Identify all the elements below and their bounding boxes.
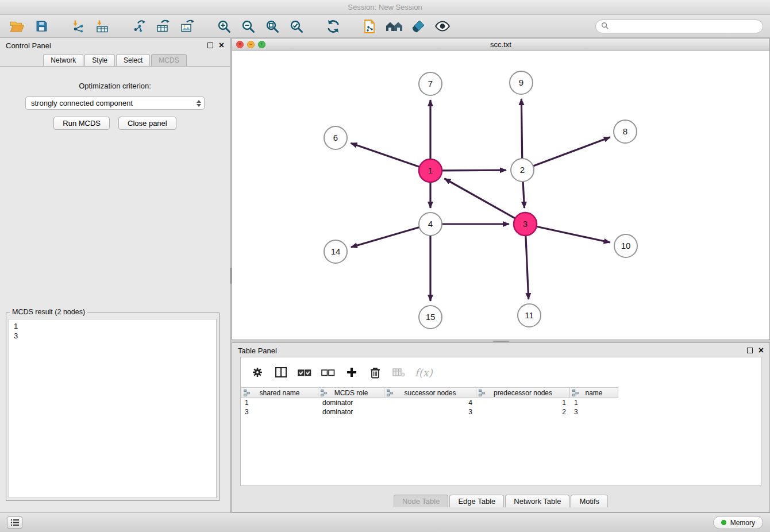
add-column-button[interactable]	[344, 365, 359, 380]
delete-table-icon	[392, 367, 405, 377]
import-table-button[interactable]	[92, 17, 113, 36]
column-header-mcds-role[interactable]: MCDS role	[318, 387, 384, 398]
task-history-button[interactable]	[7, 516, 22, 529]
refresh-layout-button[interactable]	[323, 17, 344, 36]
delete-table-button	[391, 365, 406, 380]
column-header-shared-name[interactable]: shared name	[241, 387, 318, 398]
zoom-fit-button[interactable]	[262, 17, 283, 36]
column-header-name[interactable]: name	[570, 387, 618, 398]
search-input[interactable]	[612, 22, 757, 30]
settings-gear-button[interactable]	[250, 365, 265, 380]
column-header-predecessor-nodes[interactable]: predecessor nodes	[476, 387, 570, 398]
first-neighbors-button[interactable]	[384, 17, 405, 36]
table-tabbar: Node TableEdge TableNetwork TableMotifs	[232, 495, 769, 507]
column-header-successor-nodes[interactable]: successor nodes	[384, 387, 476, 398]
column-header-label: shared name	[259, 389, 299, 397]
table-cell[interactable]: 1	[570, 398, 618, 407]
select-all-icon	[298, 368, 311, 377]
edge-2-3[interactable]	[523, 182, 524, 208]
table-cell[interactable]: 1	[241, 398, 318, 407]
table-cell[interactable]: 2	[476, 407, 570, 417]
column-type-icon	[572, 390, 579, 398]
tab-network-table[interactable]: Network Table	[505, 495, 569, 507]
zoom-window-icon[interactable]	[258, 41, 265, 48]
import-network-button[interactable]	[68, 17, 88, 36]
edge-3-1[interactable]	[444, 179, 515, 218]
table-cell[interactable]: 3	[384, 407, 476, 417]
criterion-select[interactable]: strongly connected component	[25, 97, 205, 110]
node-label-7: 7	[428, 79, 433, 88]
edge-3-11[interactable]	[526, 236, 529, 299]
table-cell[interactable]: 1	[476, 398, 570, 407]
tab-select[interactable]: Select	[116, 54, 150, 66]
edge-1-6[interactable]	[351, 143, 419, 167]
edge-1-2[interactable]	[442, 170, 506, 171]
toolbar-separator	[55, 26, 64, 26]
deselect-all-button[interactable]	[321, 365, 336, 380]
close-panel-icon[interactable]: ×	[219, 43, 224, 48]
window-titlebar: Session: New Session	[0, 0, 770, 15]
tab-mcds[interactable]: MCDS	[151, 54, 186, 66]
table-cell[interactable]: 3	[570, 407, 618, 417]
export-web-button[interactable]	[360, 17, 380, 36]
close-window-icon[interactable]	[236, 41, 244, 48]
style-brush-icon	[411, 20, 425, 33]
edge-3-10[interactable]	[537, 226, 610, 242]
edge-2-8[interactable]	[533, 137, 610, 166]
network-graph-canvas[interactable]: 7968124314101511	[232, 51, 769, 340]
zoom-fit-icon	[265, 20, 279, 33]
delete-columns-button[interactable]	[368, 365, 383, 380]
show-graphics-button[interactable]	[432, 17, 453, 36]
minimize-window-icon[interactable]	[247, 41, 255, 48]
edge-4-14[interactable]	[351, 228, 419, 248]
select-all-button[interactable]	[297, 365, 312, 380]
node-label-6: 6	[333, 133, 338, 142]
import-network-icon	[71, 20, 85, 33]
toolbar-separator	[116, 26, 125, 26]
node-label-15: 15	[426, 312, 436, 322]
save-session-button[interactable]	[31, 17, 52, 36]
optimization-criterion-label: Optimization criterion:	[0, 67, 230, 90]
table-row[interactable]: 3dominator323	[241, 407, 761, 417]
function-builder-button: f(x)	[415, 365, 433, 380]
first-neighbors-icon	[386, 20, 403, 33]
table-cell[interactable]: dominator	[318, 398, 384, 407]
node-label-9: 9	[519, 78, 523, 87]
zoom-selected-button[interactable]	[286, 17, 307, 36]
node-table: f(x) shared nameMCDS rolesuccessor nodes…	[240, 357, 761, 486]
show-columns-button[interactable]	[274, 365, 288, 380]
search-box[interactable]	[595, 20, 763, 33]
close-table-panel-icon[interactable]: ×	[759, 348, 764, 353]
tab-node-table[interactable]: Node Table	[394, 495, 449, 507]
memory-button[interactable]: Memory	[713, 516, 763, 529]
table-cell[interactable]: dominator	[318, 407, 384, 417]
table-row[interactable]: 1dominator411	[241, 398, 761, 407]
zoom-out-button[interactable]	[238, 17, 259, 36]
table-header-row: shared nameMCDS rolesuccessor nodesprede…	[241, 387, 761, 398]
edge-2-9[interactable]	[521, 99, 522, 159]
export-network-button[interactable]	[129, 17, 149, 36]
export-table-button[interactable]	[153, 17, 174, 36]
node-label-8: 8	[623, 126, 627, 136]
mcds-result-list[interactable]: 13	[9, 319, 217, 498]
run-mcds-button[interactable]: Run MCDS	[53, 117, 110, 130]
export-image-icon	[180, 20, 194, 33]
float-panel-icon[interactable]	[207, 43, 213, 48]
tab-network[interactable]: Network	[43, 54, 83, 66]
tab-edge-table[interactable]: Edge Table	[449, 495, 504, 507]
column-type-icon	[387, 390, 393, 398]
column-header-label: MCDS role	[334, 389, 368, 397]
zoom-in-button[interactable]	[214, 17, 234, 36]
close-panel-button[interactable]: Close panel	[118, 117, 176, 130]
export-image-button[interactable]	[177, 17, 198, 36]
settings-gear-icon	[252, 367, 263, 378]
column-type-icon	[321, 390, 327, 398]
tab-style[interactable]: Style	[84, 54, 115, 66]
tab-motifs[interactable]: Motifs	[571, 495, 608, 507]
style-brush-button[interactable]	[408, 17, 429, 36]
table-cell[interactable]: 3	[241, 407, 318, 417]
table-cell[interactable]: 4	[384, 398, 476, 407]
open-file-button[interactable]	[7, 17, 28, 36]
float-table-panel-icon[interactable]	[747, 348, 753, 353]
control-panel-header: Control Panel ×	[0, 38, 230, 53]
